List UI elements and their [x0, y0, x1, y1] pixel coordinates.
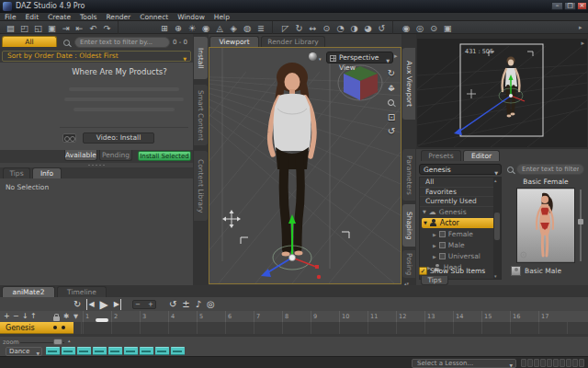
tab-available[interactable]: Available: [64, 150, 97, 161]
expand-icon[interactable]: ▼: [423, 209, 426, 214]
pane-options-icon[interactable]: ▸: [394, 52, 398, 60]
thumb-slider-track[interactable]: [580, 190, 582, 261]
toolbar-icon[interactable]: ⇥: [59, 22, 73, 34]
menu-item[interactable]: Connect: [140, 13, 168, 21]
lesson-button[interactable]: [579, 359, 584, 367]
video-install-button[interactable]: Video: Install: [83, 132, 154, 144]
toolbar-icon[interactable]: ↺: [375, 22, 389, 34]
figure-selector-dropdown[interactable]: Genesis ▼: [419, 164, 502, 175]
splitter-handle[interactable]: [87, 164, 106, 167]
animate-clip[interactable]: [62, 347, 75, 355]
sidetab-content-library[interactable]: Content Library: [194, 151, 208, 221]
expand-icon[interactable]: ▶: [433, 243, 436, 248]
scroll-down-icon[interactable]: ▾: [494, 273, 497, 279]
close-button[interactable]: ×: [577, 2, 587, 10]
tree-item-universal[interactable]: ▶ Universal: [420, 251, 501, 262]
move-down-button[interactable]: ↓: [22, 312, 28, 320]
tab-editor[interactable]: Editor: [463, 150, 500, 161]
tab-animate2[interactable]: aniMate2: [2, 286, 55, 297]
toolbar-icon[interactable]: ◎: [413, 22, 427, 34]
frame-tool-icon[interactable]: ⊡: [384, 112, 399, 122]
camera-selector-dropdown[interactable]: Perspective View ▼: [326, 52, 393, 63]
toolbar-icon[interactable]: ↶: [86, 22, 100, 34]
loop-button[interactable]: ↻: [74, 299, 81, 310]
lesson-button[interactable]: [572, 359, 578, 367]
filter-icon[interactable]: ▼: [74, 313, 78, 320]
remove-track-button[interactable]: −: [13, 312, 19, 320]
menu-item[interactable]: Render: [107, 13, 131, 21]
lesson-button[interactable]: [547, 359, 552, 367]
filter-item[interactable]: All: [420, 178, 501, 188]
sidetab-aux-viewport[interactable]: Aux Viewport: [402, 48, 415, 120]
tab-pending[interactable]: Pending: [99, 150, 132, 161]
menu-item[interactable]: Edit: [26, 13, 40, 21]
lesson-button[interactable]: [521, 359, 526, 367]
frame-stepper[interactable]: − +: [132, 300, 156, 309]
skip-forward-button[interactable]: ▶: [114, 299, 121, 310]
toolbar-icon[interactable]: ◰: [17, 22, 31, 34]
record-button[interactable]: ◎: [207, 299, 215, 310]
toolbar-icon[interactable]: ↻: [292, 22, 306, 34]
sync-button[interactable]: ↺: [169, 299, 176, 310]
lesson-button[interactable]: [534, 359, 539, 367]
tree-item-actor[interactable]: ▼ Actor: [422, 218, 499, 228]
gear-icon[interactable]: ✱: [63, 312, 69, 320]
move-up-button[interactable]: ↑: [30, 312, 37, 320]
animate-clip[interactable]: [46, 347, 60, 355]
animate-clip[interactable]: [140, 347, 153, 355]
lesson-dropdown[interactable]: Select a Lesson... ▼: [412, 359, 516, 368]
toolbar-overflow-icon[interactable]: ▸: [579, 24, 582, 31]
toolbar-icon[interactable]: ▣: [441, 22, 455, 34]
animate-clip[interactable]: [93, 347, 107, 355]
toolbar-icon[interactable]: ▣: [45, 22, 59, 34]
tab-tips-right[interactable]: Tips: [421, 276, 448, 285]
toolbar-icon[interactable]: ◈: [227, 22, 241, 34]
animate-clip[interactable]: [77, 347, 91, 355]
play-button[interactable]: ▶: [100, 299, 108, 310]
checkbox-checked-icon[interactable]: ✓: [419, 267, 427, 275]
menu-item[interactable]: Create: [48, 13, 71, 21]
toolbar-icon[interactable]: ◕: [361, 22, 375, 34]
toolbar-icon[interactable]: ▤: [4, 22, 17, 34]
lesson-button[interactable]: [560, 359, 565, 367]
menu-item[interactable]: Window: [177, 13, 205, 21]
basic-male-thumbnail[interactable]: [511, 266, 521, 276]
lesson-button[interactable]: [527, 359, 533, 367]
toolbar-icon[interactable]: ↷: [100, 22, 114, 34]
lock-icon[interactable]: [53, 316, 60, 321]
drawstyle-sphere-icon[interactable]: [309, 52, 317, 61]
zoom-tool-icon[interactable]: [388, 99, 399, 108]
thumb-slider-handle[interactable]: [578, 219, 583, 224]
timeline-ruler[interactable]: 1234567891011121314151617: [83, 311, 588, 322]
pane-options-icon[interactable]: ▸: [581, 40, 584, 47]
pan-tool-icon[interactable]: ↔ ↕: [384, 83, 399, 94]
install-selected-button[interactable]: Install Selected: [138, 151, 191, 161]
toolbar-icon[interactable]: ⊕: [172, 22, 186, 34]
tab-presets[interactable]: Presets: [421, 150, 461, 161]
menu-item[interactable]: Help: [214, 13, 230, 21]
sidetab-install[interactable]: Install: [194, 37, 208, 79]
sidetab-shaping[interactable]: Shaping: [402, 204, 415, 247]
tab-render-library[interactable]: Render Library: [261, 36, 325, 47]
filter-item[interactable]: Currently Used: [420, 197, 501, 207]
track-dot[interactable]: [62, 326, 65, 329]
reset-view-icon[interactable]: ↺: [384, 126, 399, 136]
add-remove-keys-button[interactable]: ±: [182, 299, 189, 310]
lesson-button[interactable]: [566, 359, 571, 367]
lesson-button[interactable]: [553, 359, 559, 367]
expand-icon[interactable]: ▶: [433, 254, 436, 259]
tab-all-products[interactable]: All: [2, 36, 57, 47]
tree-item-genesis[interactable]: ▼ ☁ Genesis: [420, 207, 501, 217]
expand-icon[interactable]: ▼: [424, 220, 427, 225]
clip-group-dropdown[interactable]: Dance ▼: [6, 347, 42, 356]
maximize-button[interactable]: □: [564, 2, 576, 10]
animate-clip[interactable]: [124, 347, 138, 355]
tree-scrollbar[interactable]: ▴ ▾: [493, 178, 501, 279]
toolbar-icon[interactable]: ◑: [347, 22, 361, 34]
toolbar-icon[interactable]: ◉: [199, 22, 213, 34]
toolbar-icon[interactable]: ◍: [241, 22, 254, 34]
minimize-button[interactable]: –: [551, 2, 563, 10]
sidetab-smart-content[interactable]: Smart Content: [194, 85, 208, 145]
skip-back-button[interactable]: ◀: [86, 299, 94, 310]
toolbar-icon[interactable]: ⇤: [73, 22, 86, 34]
